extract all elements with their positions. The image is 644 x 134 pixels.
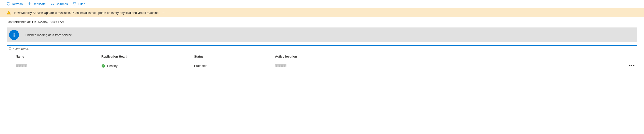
cell-name [16, 64, 101, 68]
filter-icon [72, 2, 76, 6]
redacted-name [16, 64, 27, 67]
header-replication[interactable]: Replication Health [101, 55, 194, 58]
health-ok-icon [101, 64, 105, 68]
info-bar: Finished loading data from service. [7, 27, 637, 42]
columns-label: Columns [56, 2, 68, 6]
info-icon [9, 30, 19, 40]
cell-status: Protected [194, 64, 275, 68]
search-input[interactable] [12, 47, 636, 51]
items-table: Name Replication Health Status Active lo… [7, 52, 637, 71]
columns-icon [50, 2, 54, 6]
refresh-icon [7, 2, 10, 6]
warning-message: New Mobility Service Update is available… [14, 11, 158, 15]
warning-icon [7, 11, 11, 15]
redacted-location [275, 64, 286, 67]
last-refreshed-value: 11/14/2019, 9:34:41 AM [32, 20, 64, 24]
columns-button[interactable]: Columns [50, 2, 68, 6]
arrow-right-icon[interactable]: → [162, 11, 165, 15]
replication-value: Healthy [107, 64, 118, 68]
svg-point-12 [9, 47, 11, 50]
refresh-label: Refresh [12, 2, 23, 6]
svg-rect-11 [14, 34, 14, 37]
info-message: Finished loading data from service. [25, 33, 73, 37]
table-row[interactable]: Healthy Protected ••• [7, 61, 637, 71]
last-refreshed-label: Last refreshed at: [7, 20, 32, 24]
svg-rect-9 [8, 14, 9, 14]
header-status[interactable]: Status [194, 55, 275, 58]
header-location[interactable]: Active location [275, 55, 626, 58]
header-name[interactable]: Name [16, 55, 101, 58]
table-header: Name Replication Health Status Active lo… [7, 52, 637, 61]
filter-button[interactable]: Filter [72, 2, 85, 6]
filter-label: Filter [78, 2, 85, 6]
refresh-button[interactable]: Refresh [7, 2, 23, 6]
svg-point-10 [14, 33, 14, 34]
last-refreshed: Last refreshed at: 11/14/2019, 9:34:41 A… [0, 17, 644, 26]
cell-location [275, 64, 626, 68]
cell-replication: Healthy [101, 64, 194, 68]
toolbar: Refresh Replicate Columns Filter [0, 0, 644, 8]
more-actions-button[interactable]: ••• [629, 63, 635, 68]
replicate-button[interactable]: Replicate [28, 2, 46, 6]
search-wrap[interactable] [7, 45, 637, 52]
svg-line-13 [11, 49, 12, 50]
warning-banner: New Mobility Service Update is available… [0, 8, 644, 17]
plus-icon [28, 2, 32, 6]
svg-rect-8 [8, 12, 9, 13]
search-icon [8, 47, 12, 50]
cell-actions: ••• [626, 63, 637, 68]
replicate-label: Replicate [33, 2, 46, 6]
